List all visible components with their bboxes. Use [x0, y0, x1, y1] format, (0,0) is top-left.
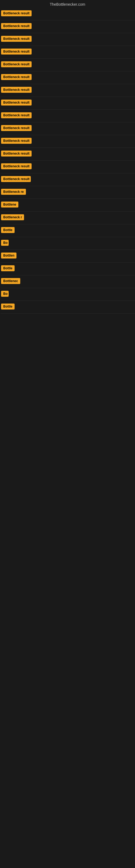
result-row-20: Bottlen	[1, 250, 135, 262]
bottleneck-badge-11[interactable]: Bottleneck result	[1, 138, 32, 144]
result-row-22: Bottlenec	[1, 275, 135, 288]
result-row-3: Bottleneck result	[1, 33, 135, 46]
bottleneck-badge-12[interactable]: Bottleneck result	[1, 151, 32, 156]
bottleneck-badge-16[interactable]: Bottlene	[1, 202, 18, 208]
bottleneck-badge-9[interactable]: Bottleneck result	[1, 112, 32, 118]
bottleneck-badge-10[interactable]: Bottleneck result	[1, 125, 32, 131]
bottleneck-badge-14[interactable]: Bottleneck result	[1, 176, 31, 182]
bottleneck-badge-3[interactable]: Bottleneck result	[1, 36, 32, 42]
result-row-9: Bottleneck result	[1, 110, 135, 122]
result-row-15: Bottleneck re	[1, 186, 135, 199]
result-row-21: Bottle	[1, 262, 135, 275]
bottleneck-badge-18[interactable]: Bottle	[1, 227, 14, 233]
bottleneck-badge-15[interactable]: Bottleneck re	[1, 189, 26, 195]
result-row-11: Bottleneck result	[1, 135, 135, 148]
bottleneck-badge-23[interactable]: Bo	[1, 291, 9, 297]
bottleneck-badge-19[interactable]: Bo	[1, 240, 9, 246]
result-row-23: Bo	[1, 288, 135, 301]
result-row-16: Bottlene	[1, 199, 135, 212]
result-row-8: Bottleneck result	[1, 97, 135, 110]
result-row-6: Bottleneck result	[1, 71, 135, 84]
bottleneck-badge-7[interactable]: Bottleneck result	[1, 87, 32, 93]
bottleneck-badge-21[interactable]: Bottle	[1, 265, 14, 271]
result-row-2: Bottleneck result	[1, 20, 135, 33]
bottleneck-badge-8[interactable]: Bottleneck result	[1, 99, 32, 105]
bottleneck-badge-6[interactable]: Bottleneck result	[1, 74, 32, 80]
bottleneck-badge-24[interactable]: Bottle	[1, 304, 14, 310]
result-row-14: Bottleneck result	[1, 173, 135, 186]
bottleneck-badge-2[interactable]: Bottleneck result	[1, 23, 32, 29]
result-row-10: Bottleneck result	[1, 122, 135, 135]
result-row-24: Bottle	[1, 301, 135, 314]
result-row-12: Bottleneck result	[1, 148, 135, 161]
result-row-7: Bottleneck result	[1, 84, 135, 97]
result-row-19: Bo	[1, 237, 135, 250]
result-row-13: Bottleneck result	[1, 161, 135, 173]
bottleneck-badge-22[interactable]: Bottlenec	[1, 278, 20, 284]
results-container: Bottleneck resultBottleneck resultBottle…	[0, 8, 135, 314]
result-row-5: Bottleneck result	[1, 59, 135, 71]
result-row-4: Bottleneck result	[1, 46, 135, 59]
bottleneck-badge-1[interactable]: Bottleneck result	[1, 10, 32, 16]
bottleneck-badge-17[interactable]: Bottleneck r	[1, 214, 24, 220]
bottleneck-badge-5[interactable]: Bottleneck result	[1, 61, 32, 67]
bottleneck-badge-20[interactable]: Bottlen	[1, 252, 16, 258]
result-row-18: Bottle	[1, 224, 135, 237]
result-row-1: Bottleneck result	[1, 8, 135, 20]
result-row-17: Bottleneck r	[1, 212, 135, 224]
bottleneck-badge-13[interactable]: Bottleneck result	[1, 163, 32, 169]
bottleneck-badge-4[interactable]: Bottleneck result	[1, 49, 32, 55]
site-title: TheBottlenecker.com	[0, 0, 135, 8]
